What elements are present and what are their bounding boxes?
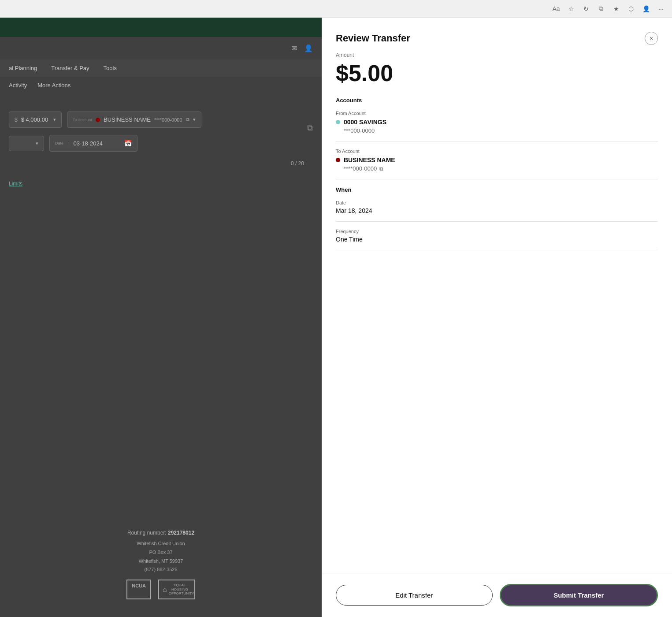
background-panel: ✉ 👤 al Planning Transfer & Pay Tools Act… — [0, 18, 322, 617]
footer-logos: NCUA ⌂ EQUAL HOUSING OPPORTUNITY — [9, 580, 313, 599]
user-icon[interactable]: 👤 — [304, 44, 313, 52]
company-name: Whitefish Credit Union — [9, 539, 313, 548]
more-icon[interactable]: ··· — [657, 5, 665, 13]
when-title: When — [336, 186, 658, 193]
footer: Routing number: 292178012 Whitefish Cred… — [0, 521, 322, 608]
star-icon[interactable]: ☆ — [567, 5, 575, 13]
date-field-arrow: ↑ — [68, 141, 70, 145]
from-account-label: From Account — [336, 111, 658, 116]
from-account-row: $ $ 4,000.00 ▾ To Account BUSINESS NAME … — [9, 112, 313, 128]
to-account-number: ****000-0000 ⧉ — [336, 165, 658, 172]
to-account-chevron: ▾ — [193, 117, 196, 123]
close-button[interactable]: × — [645, 32, 658, 45]
frequency-value: One Time — [336, 236, 658, 243]
date-label: Date — [336, 200, 658, 205]
date-freq-divider — [336, 221, 658, 222]
from-account-number: ***000-0000 — [336, 127, 658, 134]
to-account-name: BUSINESS NAME — [344, 156, 395, 164]
counter: 0 / 20 — [9, 159, 313, 168]
link-icon-bg: ⧉ — [186, 117, 189, 123]
amount-section: Amount $5.00 — [336, 52, 658, 86]
routing-info: Routing number: 292178012 — [9, 530, 313, 536]
to-account-number-bg: ****000-0000 — [154, 117, 182, 123]
company-info: Whitefish Credit Union PO Box 37 Whitefi… — [9, 539, 313, 574]
form-area: $ $ 4,000.00 ▾ To Account BUSINESS NAME … — [0, 103, 322, 177]
when-section: When Date Mar 18, 2024 Frequency One Tim… — [336, 186, 658, 243]
edit-transfer-button[interactable]: Edit Transfer — [336, 585, 493, 606]
limits-link[interactable]: Limits — [0, 177, 322, 190]
page-wrapper: ✉ 👤 al Planning Transfer & Pay Tools Act… — [0, 18, 672, 617]
favorites-icon[interactable]: ★ — [612, 5, 620, 13]
to-account-label: To Account — [336, 149, 658, 154]
to-account-link-icon: ⧉ — [379, 166, 383, 172]
green-top-bar — [0, 18, 322, 37]
nav-planning[interactable]: al Planning — [9, 65, 37, 71]
to-account-dot — [96, 118, 100, 122]
eho-logo: ⌂ EQUAL HOUSING OPPORTUNITY — [158, 580, 195, 599]
from-account-field[interactable]: $ $ 4,000.00 ▾ — [9, 112, 62, 128]
freq-chevron: ▾ — [36, 141, 38, 146]
eho-icon: ⌂ — [163, 586, 167, 594]
review-header: Review Transfer × — [322, 18, 672, 52]
nav-area: al Planning Transfer & Pay Tools — [0, 59, 322, 77]
accounts-divider — [336, 141, 658, 141]
from-account-name-row: 0000 SAVINGS — [336, 119, 658, 126]
amount-label: Amount — [336, 52, 658, 58]
nav-tools[interactable]: Tools — [104, 65, 117, 71]
date-value: Mar 18, 2024 — [336, 207, 658, 214]
profile-icon[interactable]: 👤 — [642, 5, 650, 13]
to-account-dot — [336, 158, 340, 162]
from-account-name: 0000 SAVINGS — [344, 119, 386, 126]
copy-icon: ⧉ — [307, 123, 313, 133]
address-line2: Whitefish, MT 59937 — [9, 557, 313, 566]
routing-label: Routing number: — [127, 530, 167, 536]
to-account-name-bg: BUSINESS NAME — [104, 116, 151, 123]
date-field[interactable]: Date ↑ 03-18-2024 📅 — [49, 135, 137, 152]
extensions-icon[interactable]: ⬡ — [627, 5, 635, 13]
to-account-number-text: ****000-0000 — [344, 165, 377, 172]
date-field-value: 03-18-2024 — [74, 140, 103, 147]
review-transfer-panel: Review Transfer × Amount $5.00 Accounts … — [322, 18, 672, 617]
address-line1: PO Box 37 — [9, 548, 313, 557]
bottom-divider — [336, 250, 658, 250]
review-body: Amount $5.00 Accounts From Account 0000 … — [322, 52, 672, 573]
submit-transfer-button[interactable]: Submit Transfer — [500, 584, 658, 606]
to-account-section: To Account BUSINESS NAME ****000-0000 ⧉ — [336, 149, 658, 172]
accounts-title: Accounts — [336, 97, 658, 104]
frequency-label: Frequency — [336, 229, 658, 234]
to-account-label-bg: To Account — [73, 118, 92, 122]
from-account-chevron: ▾ — [53, 117, 56, 123]
action-tabs: Activity More Actions — [0, 77, 322, 94]
from-account-section: From Account 0000 SAVINGS ***000-0000 — [336, 111, 658, 134]
review-title: Review Transfer — [336, 33, 410, 44]
accounts-section: Accounts From Account 0000 SAVINGS ***00… — [336, 97, 658, 172]
eho-label: EQUAL HOUSING OPPORTUNITY — [169, 583, 191, 596]
to-account-name-row: BUSINESS NAME — [336, 156, 658, 164]
activity-tab[interactable]: Activity — [9, 82, 27, 89]
date-field-label: Date — [55, 141, 63, 145]
mail-icon[interactable]: ✉ — [291, 44, 297, 52]
browser-toolbar: Aa ☆ ↻ ⧉ ★ ⬡ 👤 ··· — [0, 0, 672, 18]
review-footer: Edit Transfer Submit Transfer — [322, 573, 672, 617]
split-view-icon[interactable]: ⧉ — [597, 5, 605, 13]
routing-number: 292178012 — [168, 530, 194, 536]
refresh-icon[interactable]: ↻ — [582, 5, 590, 13]
from-account-dot — [336, 120, 340, 124]
ncua-logo: NCUA — [126, 580, 151, 599]
nav-transfer[interactable]: Transfer & Pay — [51, 65, 89, 71]
font-size-icon[interactable]: Aa — [552, 5, 560, 13]
top-icons-area: ✉ 👤 — [0, 37, 322, 59]
frequency-field[interactable]: ▾ — [9, 136, 44, 151]
when-divider — [336, 179, 658, 179]
from-account-value: $ 4,000.00 — [21, 116, 48, 123]
amount-value: $5.00 — [336, 60, 658, 86]
to-account-field[interactable]: To Account BUSINESS NAME ****000-0000 ⧉ … — [67, 112, 201, 128]
phone: (877) 862-3525 — [9, 565, 313, 574]
calendar-icon: 📅 — [124, 140, 132, 147]
date-row: ▾ Date ↑ 03-18-2024 📅 — [9, 135, 313, 152]
from-account-icon: $ — [15, 117, 18, 123]
more-actions-tab[interactable]: More Actions — [37, 82, 71, 89]
